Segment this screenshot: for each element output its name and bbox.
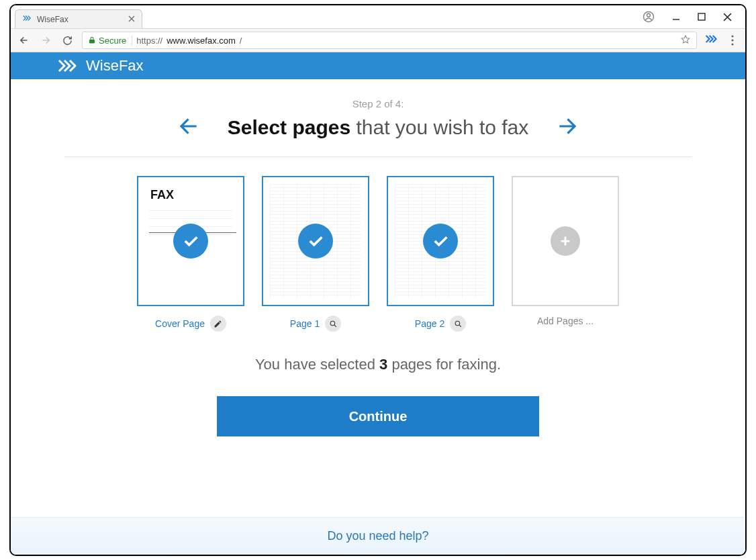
url-path: / (240, 36, 242, 46)
selected-check-icon (423, 224, 458, 259)
divider (64, 156, 692, 157)
extension-icon[interactable] (705, 34, 718, 47)
headline-row: Select pages that you wish to fax (64, 113, 692, 142)
prev-step-button[interactable] (175, 113, 201, 142)
url-scheme: https:// (136, 36, 162, 46)
selected-check-icon (298, 224, 333, 259)
browser-window: WiseFax (9, 4, 747, 556)
help-bar[interactable]: Do you need help? (11, 517, 745, 555)
step-indicator: Step 2 of 4: (64, 98, 692, 109)
svg-point-3 (731, 35, 733, 37)
minimize-icon[interactable] (672, 13, 680, 21)
tab-strip: WiseFax (15, 9, 142, 28)
bookmark-star-icon[interactable] (680, 34, 691, 47)
headline-bold: Select pages (228, 116, 350, 138)
thumbnail-page-1[interactable] (262, 176, 369, 306)
brand[interactable]: WiseFax (58, 57, 144, 75)
app-header: WiseFax (11, 52, 745, 79)
address-bar[interactable]: Secure https://www.wisefax.com/ (82, 32, 697, 49)
next-step-button[interactable] (555, 113, 581, 142)
zoom-page-button[interactable] (450, 316, 466, 332)
maximize-icon[interactable] (698, 13, 706, 21)
selection-count: 3 (379, 356, 387, 373)
svg-point-7 (455, 321, 460, 326)
selection-prefix: You have selected (255, 356, 379, 373)
tab-title: WiseFax (37, 15, 68, 24)
thumb-col-cover: FAX Cover Page (137, 176, 244, 332)
reload-button[interactable] (60, 34, 74, 47)
thumbnail-cover-page[interactable]: FAX (137, 176, 244, 306)
zoom-page-button[interactable] (325, 316, 341, 332)
thumb-col-add: Add Pages ... (512, 176, 619, 332)
edit-cover-button[interactable] (210, 316, 226, 332)
svg-rect-2 (698, 13, 705, 20)
page-headline: Select pages that you wish to fax (228, 116, 529, 139)
tab-close-icon[interactable] (128, 15, 135, 24)
url-host: www.wisefax.com (167, 36, 236, 46)
svg-point-5 (731, 43, 733, 45)
thumb-label[interactable]: Cover Page (155, 318, 205, 329)
svg-point-4 (731, 39, 733, 41)
cover-fax-title: FAX (149, 188, 175, 202)
help-link[interactable]: Do you need help? (327, 529, 428, 543)
svg-point-6 (330, 321, 335, 326)
thumb-label[interactable]: Page 2 (415, 318, 444, 329)
thumb-label[interactable]: Page 1 (290, 318, 320, 329)
brand-logo-icon (58, 58, 79, 73)
thumbnail-page-2[interactable] (387, 176, 494, 306)
tab-favicon-icon (22, 13, 32, 25)
selection-suffix: pages for faxing. (387, 356, 501, 373)
secure-label: Secure (99, 36, 126, 46)
title-bar: WiseFax (11, 5, 745, 28)
thumb-col-page2: Page 2 (387, 176, 494, 332)
secure-indicator: Secure (88, 36, 132, 46)
main-content: Step 2 of 4: Select pages that you wish … (11, 79, 745, 436)
back-button[interactable] (17, 34, 31, 47)
window-controls (643, 7, 745, 23)
continue-button[interactable]: Continue (217, 396, 539, 436)
forward-button[interactable] (39, 34, 52, 47)
url-bar: Secure https://www.wisefax.com/ (11, 28, 745, 52)
thumb-col-page1: Page 1 (262, 176, 369, 332)
close-window-icon[interactable] (723, 13, 732, 21)
add-pages-tile[interactable] (512, 176, 619, 306)
svg-point-1 (647, 13, 651, 17)
selected-check-icon (173, 224, 208, 259)
browser-menu-icon[interactable] (726, 35, 739, 46)
brand-name: WiseFax (86, 57, 144, 75)
browser-tab[interactable]: WiseFax (15, 9, 142, 28)
add-pages-label[interactable]: Add Pages ... (537, 316, 594, 326)
selection-summary: You have selected 3 pages for faxing. (64, 356, 692, 373)
headline-rest: that you wish to fax (350, 116, 528, 138)
page-thumbnails: FAX Cover Page (64, 176, 692, 332)
plus-icon (551, 226, 580, 256)
user-icon[interactable] (643, 11, 655, 23)
